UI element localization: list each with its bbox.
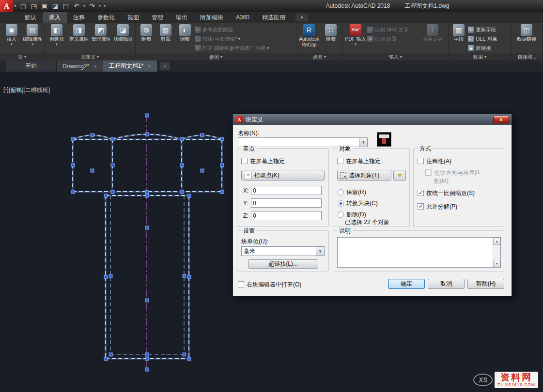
description-scrollbar[interactable]: ▲ ▼ (493, 238, 500, 267)
create-block-button[interactable]: ◧ 创建块 ▾ (46, 24, 68, 53)
autodesk-recap-button[interactable]: R Autodesk ReCap (297, 24, 321, 53)
insert-block-button[interactable]: ▣ 插入 ▾ (1, 24, 22, 53)
dialog-titlebar[interactable]: A 块定义 × (233, 114, 512, 125)
ok-button[interactable]: 确定 (388, 279, 425, 289)
radio-dot[interactable] (338, 211, 344, 218)
delete-radio[interactable]: 删除(D) (338, 211, 366, 219)
edit-attributes-button[interactable]: ▤ 编辑属性 ▾ (22, 24, 44, 53)
tab-manage[interactable]: 管理 (145, 12, 170, 23)
combine-text-button[interactable]: T 合并文字 (421, 24, 444, 53)
panel-label-point-cloud[interactable]: 点云▾ (296, 53, 342, 60)
hyperlink-button[interactable]: 超链接(L)... (248, 259, 318, 269)
underlay-layers-button[interactable]: ≡ 参考底图图层 (195, 26, 295, 34)
app-menu-chevron-icon[interactable]: ▾ (14, 4, 16, 8)
description-text[interactable] (338, 238, 493, 267)
field-button[interactable]: ▥ 字段 (450, 24, 468, 53)
checkbox-box[interactable] (418, 203, 424, 210)
update-fields-button[interactable]: ↻ 更新字段 (468, 26, 510, 34)
file-tab-drawing2[interactable]: Drawing2* × (57, 60, 103, 72)
block-unit-dropdown[interactable]: 毫米 ▾ (241, 246, 325, 256)
recognition-settings-button[interactable]: ✱ 识别 设置 (367, 35, 421, 43)
dropdown-chevron-icon[interactable]: ▾ (316, 247, 324, 256)
data-link-button[interactable]: ◫ 数据链接 (512, 24, 541, 53)
block-editor-button[interactable]: ◪ 块编辑器 (112, 24, 134, 53)
open-file-icon[interactable]: ◳ (29, 0, 39, 12)
tab-view[interactable]: 视图 (121, 12, 145, 23)
qat-menu-icon[interactable]: ▾ (102, 0, 107, 12)
selection-grips[interactable] (71, 114, 224, 371)
uniform-scale-checkbox[interactable]: 按统一比例缩放(S) (418, 189, 475, 197)
recognize-shx-button[interactable]: A 识别 SHX 文字 (367, 26, 421, 34)
objects-on-screen-checkbox[interactable]: 在屏幕上指定 (337, 157, 381, 166)
tab-parametric[interactable]: 参数化 (91, 12, 121, 23)
tab-featured-apps[interactable]: 精选应用 (256, 12, 292, 23)
close-icon[interactable]: × (93, 63, 96, 69)
base-point-on-screen-checkbox[interactable]: 在屏幕上指定 (241, 157, 285, 166)
snap-to-underlay-button[interactable]: ⌗ 打开"捕捉到参考底图" (195, 44, 252, 52)
clip-button[interactable]: ▨ 剪裁 (156, 24, 175, 53)
tab-insert[interactable]: 插入 (43, 12, 67, 23)
pdf-import-button[interactable]: PDF PDF 输入 ▾ (344, 24, 367, 53)
annotative-checkbox[interactable]: 注释性(A) (418, 157, 451, 166)
tab-a360[interactable]: A360 (230, 12, 256, 23)
file-tab-start[interactable]: 开始 (6, 60, 57, 72)
redo-icon[interactable]: ↷ (87, 0, 97, 12)
tab-addins[interactable]: 附加模块 (194, 12, 230, 23)
checkbox-box[interactable] (418, 190, 424, 196)
panel-label-reference[interactable]: 参照▾ (136, 53, 296, 60)
quick-select-button[interactable] (393, 170, 406, 181)
autocad-app-logo[interactable]: A (0, 0, 13, 12)
open-in-block-editor-checkbox[interactable]: 在块编辑器中打开(O) (238, 281, 301, 289)
pick-point-button[interactable]: ⌖ 拾取点(K) (241, 170, 325, 181)
new-file-icon[interactable]: ▢ (18, 0, 29, 12)
y-input[interactable] (251, 198, 322, 208)
hyperlink-button[interactable]: ◉ 超链接 (468, 44, 510, 52)
panel-label-import[interactable]: 输入▾ (343, 53, 448, 60)
define-attributes-button[interactable]: ◨ 定义属性 (68, 24, 90, 53)
panel-label-block-definition[interactable]: 块定义▾ (45, 53, 135, 60)
tab-default[interactable]: 默认 (18, 12, 43, 23)
tab-annotate[interactable]: 注释 (67, 12, 91, 23)
match-layout-checkbox[interactable]: 使块方向与布局匹配(M) (425, 169, 493, 185)
checkbox-box[interactable] (238, 281, 244, 287)
checkbox-box[interactable] (418, 158, 424, 164)
close-icon[interactable]: × (148, 63, 151, 69)
scroll-up-icon[interactable]: ▲ (493, 238, 500, 245)
manage-attributes-button[interactable]: ◩ 管理属性 (90, 24, 112, 53)
convert-to-block-radio[interactable]: 转换为块(C) (338, 199, 378, 208)
z-input[interactable] (251, 211, 322, 220)
ribbon-display-options-button[interactable]: ▾ (295, 14, 308, 21)
panel-label-linking[interactable]: 链接和... (512, 53, 543, 60)
ole-object-button[interactable]: ◱ OLE 对象 (468, 35, 510, 43)
dialog-close-button[interactable]: × (493, 116, 509, 123)
checkbox-box[interactable] (241, 158, 248, 164)
adjust-button[interactable]: ◐ 调整 (175, 24, 195, 53)
undo-chevron-icon[interactable]: ▾ (82, 0, 87, 12)
new-drawing-tab-button[interactable]: + (160, 62, 170, 70)
help-button[interactable]: 帮助(H) (467, 279, 504, 289)
panel-label-data[interactable]: 数据▾ (449, 53, 511, 60)
tab-output[interactable]: 输出 (170, 12, 194, 23)
frames-button[interactable]: ▭ *边框可变选项* ▾ (195, 35, 295, 43)
scroll-down-icon[interactable]: ▼ (493, 260, 500, 267)
cancel-button[interactable]: 取消 (428, 279, 465, 289)
features-button[interactable]: 功能 ▾ (256, 44, 269, 52)
checkbox-box[interactable] (425, 169, 432, 176)
description-textarea[interactable]: ▲ ▼ (337, 237, 501, 268)
attach-reference-button[interactable]: ⧉ 附着 (137, 24, 156, 53)
save-icon[interactable]: ▣ (39, 0, 50, 12)
attach-point-cloud-button[interactable]: ∷ 附着 (321, 24, 341, 53)
select-objects-button[interactable]: 选择对象(T) (337, 170, 391, 181)
retain-radio[interactable]: 保留(R) (338, 188, 366, 196)
radio-dot[interactable] (338, 200, 344, 207)
redo-chevron-icon[interactable]: ▾ (97, 0, 102, 12)
allow-explode-checkbox[interactable]: 允许分解(P) (418, 203, 457, 211)
panel-label-block[interactable]: 块▾ (0, 53, 44, 60)
undo-icon[interactable]: ↶ (71, 0, 82, 12)
radio-dot[interactable] (338, 189, 344, 196)
checkbox-box[interactable] (337, 158, 343, 164)
x-input[interactable] (251, 186, 322, 195)
plot-icon[interactable]: ▤ (61, 0, 71, 12)
save-as-icon[interactable]: ◪ (50, 0, 61, 12)
file-tab-doc1[interactable]: 工程图文档1* × (103, 60, 157, 72)
